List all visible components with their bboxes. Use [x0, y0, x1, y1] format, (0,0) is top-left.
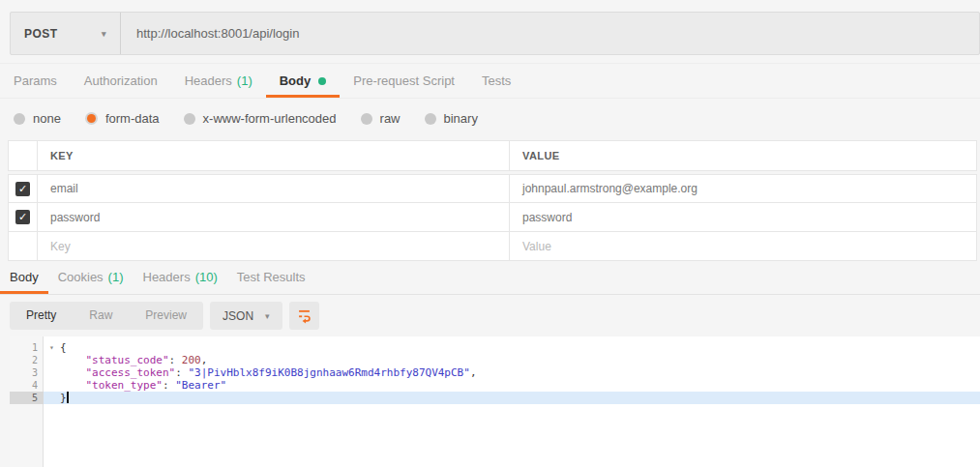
- postman-request-view: POST ▾ ParamsAuthorizationHeaders(1)Body…: [0, 0, 980, 467]
- response-toolbar: PrettyRawPreview JSON ▾: [0, 295, 980, 336]
- fold-arrow-icon: [44, 392, 60, 404]
- checkbox-cell: ✓: [9, 203, 38, 231]
- code-text: "token_type": "Bearer": [60, 379, 226, 392]
- view-mode-preview[interactable]: Preview: [129, 302, 203, 330]
- tab-label: Body: [280, 73, 312, 88]
- key-cell[interactable]: email: [38, 175, 510, 202]
- tab-label: Body: [10, 270, 39, 284]
- token-string: "Bearer": [175, 379, 226, 392]
- line-number: 1: [10, 341, 44, 354]
- radio-icon[interactable]: [14, 113, 25, 125]
- method-label: POST: [24, 27, 58, 41]
- wrap-lines-button[interactable]: [289, 302, 319, 330]
- table-row: ✓passwordpassword: [8, 203, 977, 232]
- checkbox-checked-icon[interactable]: ✓: [15, 182, 30, 196]
- request-tabs: ParamsAuthorizationHeaders(1)BodyPre-req…: [0, 63, 980, 99]
- response-tab-cookies[interactable]: Cookies(1): [48, 263, 134, 294]
- tab-headers[interactable]: Headers(1): [171, 64, 266, 98]
- code-text: "status_code": 200,: [60, 354, 207, 366]
- key-cell[interactable]: password: [38, 203, 510, 231]
- url-bar: POST ▾: [10, 12, 980, 55]
- body-mode-raw[interactable]: raw: [361, 111, 401, 126]
- tab-label: Headers: [143, 270, 191, 284]
- token-punc: :: [163, 379, 175, 392]
- tab-label: Cookies: [58, 270, 104, 284]
- code-line-content: ▾{: [44, 341, 980, 354]
- code-line[interactable]: 4 "token_type": "Bearer": [10, 379, 980, 392]
- tab-authorization[interactable]: Authorization: [71, 64, 171, 98]
- checkbox-cell: ✓: [9, 175, 38, 202]
- response-tab-headers[interactable]: Headers(10): [134, 263, 227, 294]
- tab-tests[interactable]: Tests: [468, 64, 524, 98]
- token-brace: }: [60, 392, 67, 404]
- token-punc: :: [175, 366, 188, 379]
- url-input[interactable]: [121, 13, 979, 54]
- tab-label: Test Results: [237, 270, 306, 284]
- code-line[interactable]: 1▾{: [10, 341, 980, 354]
- tab-label: Authorization: [84, 73, 158, 88]
- language-select[interactable]: JSON ▾: [210, 302, 282, 330]
- body-mode-binary[interactable]: binary: [425, 111, 478, 126]
- line-number: 5: [10, 392, 44, 404]
- view-mode-raw[interactable]: Raw: [73, 302, 129, 330]
- table-header-row: KEY VALUE: [8, 140, 977, 171]
- form-data-table: KEY VALUE ✓emailjohnpaul.armstrong@examp…: [8, 140, 977, 261]
- response-tabs: BodyCookies(1)Headers(10)Test Results: [0, 263, 980, 295]
- wrap-line-icon: [296, 307, 312, 324]
- radio-icon[interactable]: [425, 113, 436, 125]
- tab-params[interactable]: Params: [0, 64, 71, 98]
- token-string: "3|PivHblx8f9iK0B8jgnhaaw6Rmd4rhbfy87QV4…: [188, 366, 469, 379]
- token-ws: [60, 366, 86, 379]
- checkbox-header-cell: [9, 141, 38, 170]
- tab-count-badge: (10): [195, 270, 218, 284]
- method-select[interactable]: POST ▾: [11, 13, 121, 54]
- new-value-input[interactable]: [522, 240, 954, 253]
- response-tab-test-results[interactable]: Test Results: [227, 263, 315, 294]
- value-column-header: VALUE: [510, 141, 976, 170]
- tab-pre-request-script[interactable]: Pre-request Script: [340, 64, 468, 98]
- response-editor[interactable]: 1▾{2 "status_code": 200,3 "access_token"…: [10, 336, 980, 467]
- body-mode-radios: noneform-datax-www-form-urlencodedrawbin…: [0, 99, 980, 138]
- radio-icon[interactable]: [87, 114, 96, 123]
- response-tab-body[interactable]: Body: [0, 263, 48, 294]
- code-text: "access_token": "3|PivHblx8f9iK0B8jgnhaa…: [60, 366, 477, 379]
- checkbox-checked-icon[interactable]: ✓: [15, 210, 30, 224]
- line-number: 4: [10, 379, 44, 392]
- table-row: ✓emailjohnpaul.armstrong@example.org: [8, 174, 977, 203]
- radio-icon[interactable]: [184, 113, 195, 125]
- mode-label: form-data: [105, 111, 160, 126]
- mode-label: none: [33, 111, 61, 126]
- tab-count-badge: (1): [108, 270, 124, 284]
- tab-body[interactable]: Body: [266, 64, 341, 98]
- body-mode-x-www-form-urlencoded[interactable]: x-www-form-urlencoded: [184, 111, 337, 126]
- view-mode-pretty[interactable]: Pretty: [10, 302, 73, 330]
- code-line[interactable]: 3 "access_token": "3|PivHblx8f9iK0B8jgnh…: [10, 366, 980, 379]
- token-punc: ,: [470, 366, 477, 379]
- checkbox-cell: [9, 232, 38, 260]
- token-ws: [60, 379, 86, 392]
- radio-icon[interactable]: [361, 113, 372, 125]
- code-line-content: "token_type": "Bearer": [44, 379, 980, 392]
- code-lines: 1▾{2 "status_code": 200,3 "access_token"…: [10, 341, 980, 404]
- token-key: "status_code": [86, 354, 169, 366]
- token-brace: {: [60, 341, 67, 354]
- mode-label: binary: [444, 111, 478, 126]
- value-cell[interactable]: johnpaul.armstrong@example.org: [510, 175, 976, 202]
- token-punc: :: [169, 354, 182, 366]
- code-line[interactable]: 5}: [10, 392, 980, 404]
- code-line[interactable]: 2 "status_code": 200,: [10, 354, 980, 366]
- code-line-content: }: [44, 392, 980, 404]
- fold-arrow-icon: [44, 354, 60, 366]
- body-mode-form-data[interactable]: form-data: [85, 111, 160, 126]
- new-key-input[interactable]: [50, 240, 486, 253]
- text-cursor: [67, 392, 69, 403]
- code-text: }: [60, 392, 69, 404]
- fold-arrow-icon[interactable]: ▾: [44, 341, 60, 354]
- line-number: 2: [10, 354, 44, 366]
- value-cell[interactable]: password: [510, 203, 976, 231]
- fold-arrow-icon: [44, 366, 60, 379]
- code-text: {: [60, 341, 67, 354]
- token-number: 200: [182, 354, 201, 366]
- body-mode-none[interactable]: none: [14, 111, 61, 126]
- token-punc: ,: [201, 354, 208, 366]
